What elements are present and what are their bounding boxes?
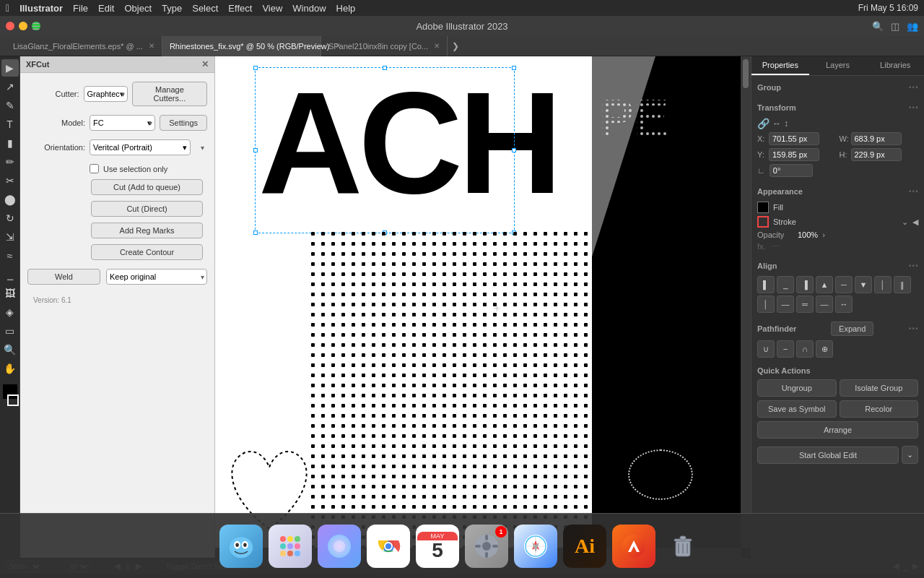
edit-menu[interactable]: Edit <box>98 3 114 14</box>
tab-libraries[interactable]: Libraries <box>866 56 924 75</box>
save-as-symbol-button[interactable]: Save as Symbol <box>757 400 837 418</box>
dock-system-preferences[interactable]: 1 <box>465 525 508 568</box>
cut-direct-button[interactable]: Cut (Direct) <box>91 201 203 217</box>
dock-siri[interactable] <box>318 525 361 568</box>
align-right-btn[interactable]: ▐ <box>796 276 814 293</box>
w-input[interactable] <box>851 132 902 145</box>
object-menu[interactable]: Object <box>124 3 152 14</box>
keep-original-select[interactable]: Keep original Delete original <box>106 269 207 285</box>
view-menu[interactable]: View <box>262 3 282 14</box>
tabs-more-icon[interactable]: ❯ <box>448 41 463 51</box>
artboard-tool[interactable]: ▭ <box>1 322 19 340</box>
group-more-icon[interactable]: ⋯ <box>908 82 918 93</box>
shape-tool[interactable]: ▮ <box>1 134 19 152</box>
zoom-tool[interactable]: 🔍 <box>1 341 19 358</box>
stroke-swatch-panel[interactable] <box>757 216 769 228</box>
dock-calendar[interactable]: MAY 5 <box>416 525 459 568</box>
distribute-center-v-btn[interactable]: ═ <box>796 296 814 313</box>
isolate-group-button[interactable]: Isolate Group <box>840 379 919 397</box>
warp-tool[interactable]: ≈ <box>1 247 19 264</box>
fx-more-icon[interactable]: ⋯ <box>771 242 779 251</box>
pathfinder-more-icon[interactable]: ⋯ <box>908 323 918 335</box>
tab-properties[interactable]: Properties <box>751 56 809 75</box>
fx-row[interactable]: fx. ⋯ <box>757 242 918 251</box>
orientation-select[interactable]: Veritcal (Portrait) ▾ <box>90 139 191 155</box>
select-menu[interactable]: Select <box>192 3 218 14</box>
x-input[interactable] <box>769 132 819 145</box>
start-global-chevron-btn[interactable]: ⌄ <box>902 446 918 464</box>
pen-tool[interactable]: ✎ <box>1 97 19 114</box>
dock-trash[interactable] <box>661 525 705 568</box>
close-button[interactable] <box>6 22 14 30</box>
fill-swatch-panel[interactable] <box>757 202 769 213</box>
flip-v-icon[interactable]: ↕ <box>784 118 788 129</box>
distribute-center-h-btn[interactable]: ‖ <box>894 276 911 293</box>
weld-button[interactable]: Weld <box>27 269 100 285</box>
align-center-h-btn[interactable]: ⎯ <box>777 276 794 293</box>
tab-rhinestones[interactable]: Rhinestones_fix.svg* @ 50 % (RGB/Preview… <box>162 36 321 56</box>
paintbrush-tool[interactable]: ✂ <box>1 172 19 189</box>
sidebar-toggle-icon[interactable]: ☰ <box>32 21 40 32</box>
ungroup-button[interactable]: Ungroup <box>757 379 837 397</box>
app-menu[interactable]: Illustrator <box>19 3 63 14</box>
rotate-tool[interactable]: ↻ <box>1 210 19 227</box>
dock-illustrator[interactable]: Ai <box>563 525 606 568</box>
eyedropper-tool[interactable]: 🖽 <box>1 285 19 302</box>
recolor-button[interactable]: Recolor <box>840 400 919 418</box>
effect-menu[interactable]: Effect <box>228 3 252 14</box>
cut-add-queue-button[interactable]: Cut (Add to queue) <box>91 179 203 195</box>
appearance-more-icon[interactable]: ⋯ <box>908 186 918 197</box>
distribute-right-btn[interactable]: │ <box>757 296 775 313</box>
blob-brush-tool[interactable]: ⬤ <box>1 191 19 208</box>
type-menu[interactable]: Type <box>162 3 182 14</box>
distribute-bottom-btn[interactable]: ― <box>816 296 833 313</box>
flip-h-icon[interactable]: ↔ <box>772 118 781 129</box>
search-icon[interactable]: 🔍 <box>872 21 884 32</box>
tab-layers[interactable]: Layers <box>809 56 867 75</box>
dock-pixelmator[interactable] <box>612 525 655 568</box>
align-left-btn[interactable]: ▌ <box>757 276 775 293</box>
stroke-swatch[interactable] <box>7 394 19 406</box>
distribute-spacing-btn[interactable]: ↔ <box>835 296 853 313</box>
file-menu[interactable]: File <box>73 3 88 14</box>
minimize-button[interactable] <box>19 22 27 30</box>
hand-tool[interactable]: ✋ <box>1 360 19 377</box>
text-tool[interactable]: T <box>1 116 19 133</box>
window-menu[interactable]: Window <box>292 3 326 14</box>
selection-tool[interactable]: ▶ <box>1 59 19 77</box>
help-menu[interactable]: Help <box>336 3 356 14</box>
transform-more-icon[interactable]: ⋯ <box>908 102 918 113</box>
v-scrollbar[interactable] <box>741 56 751 548</box>
arrange-button[interactable]: Arrange <box>757 421 918 439</box>
stroke-chevron-icon[interactable]: ⌄ <box>902 217 908 227</box>
distribute-top-btn[interactable]: ― <box>777 296 794 313</box>
add-reg-marks-button[interactable]: Add Reg Marks <box>91 223 203 238</box>
v-scroll-thumb[interactable] <box>743 59 749 88</box>
xfcut-close-icon[interactable]: ✕ <box>201 59 209 69</box>
pathfinder-exclude-btn[interactable]: ⊕ <box>816 340 833 358</box>
pencil-tool[interactable]: ✏ <box>1 153 19 171</box>
settings-button[interactable]: Settings <box>160 115 207 131</box>
dock-safari[interactable] <box>514 525 557 568</box>
apple-menu[interactable]:  <box>6 2 9 14</box>
share-icon[interactable]: 👥 <box>907 21 918 32</box>
grid-icon[interactable]: ◫ <box>891 21 899 32</box>
tab-spanel-close[interactable]: ✕ <box>434 42 440 50</box>
align-bottom-btn[interactable]: ▼ <box>855 276 872 293</box>
direct-selection-tool[interactable]: ↗ <box>1 78 19 95</box>
tab-spanel[interactable]: SPanel210inx8in copy [Co... ✕ <box>321 36 448 56</box>
pathfinder-expand-button[interactable]: Expand <box>831 322 873 336</box>
width-tool[interactable]: ⎯ <box>1 266 19 283</box>
dock-finder[interactable] <box>219 525 263 568</box>
manage-cutters-button[interactable]: Manage Cutters... <box>132 82 207 106</box>
align-top-btn[interactable]: ▲ <box>816 276 833 293</box>
cutter-select[interactable]: Graphtec ▾ <box>84 86 128 102</box>
blend-tool[interactable]: ◈ <box>1 303 19 321</box>
align-center-v-btn[interactable]: ─ <box>835 276 853 293</box>
opacity-arrow-icon[interactable]: › <box>822 230 825 239</box>
pathfinder-minus-front-btn[interactable]: − <box>777 340 794 358</box>
distribute-left-btn[interactable]: │ <box>874 276 892 293</box>
tab-floral[interactable]: LisaGlanz_FloralElements.eps* @ ... ✕ <box>6 36 162 56</box>
h-input[interactable] <box>851 148 902 161</box>
stroke-options-icon[interactable]: ◀ <box>912 217 918 227</box>
